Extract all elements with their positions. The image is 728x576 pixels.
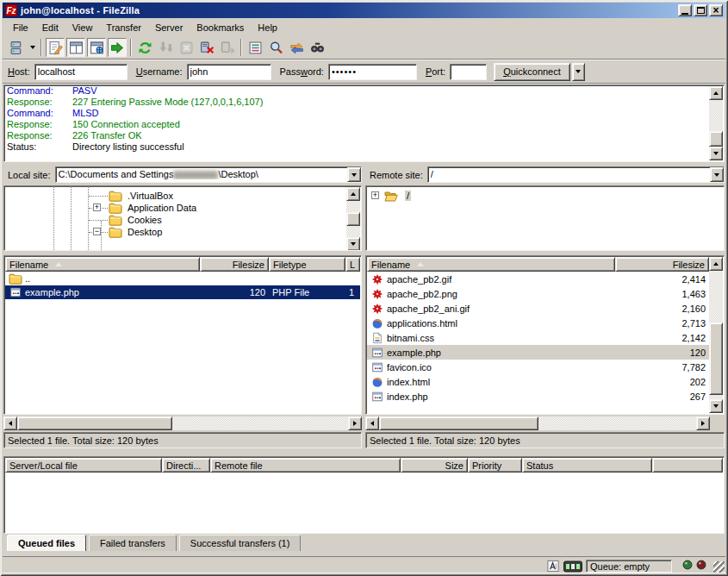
menu-transfer[interactable]: Transfer [99,21,148,34]
file-row[interactable]: index.html 202 [367,374,709,389]
expand-icon[interactable] [371,191,379,199]
file-row[interactable]: applications.html 2,713 [367,316,709,330]
file-row[interactable]: apache_pb2_ani.gif 2,160 [367,301,709,316]
scroll-thumb[interactable] [346,212,360,226]
tree-item-desktop[interactable]: Desktop [4,226,345,238]
site-manager-button[interactable] [7,38,26,57]
scroll-right-button[interactable] [348,416,362,430]
tree-item-label: Desktop [128,227,162,237]
scroll-left-button[interactable] [365,416,379,430]
menu-server[interactable]: Server [148,21,190,34]
remote-list-scrollbar[interactable] [709,257,723,413]
scroll-up-button[interactable] [346,187,360,201]
disconnect-button[interactable] [197,38,216,57]
column-header-filename[interactable]: Filename [367,257,615,272]
chevron-down-icon [576,70,581,73]
minimize-button[interactable] [678,4,692,16]
file-row[interactable]: apache_pb2.png 1,463 [367,286,709,301]
tree-item-virtualbox[interactable]: .VirtualBox [4,190,345,202]
column-header-lastmodified[interactable]: L [345,257,360,272]
remote-site-combobox[interactable]: / [427,166,725,183]
scroll-down-button[interactable] [346,237,360,251]
scroll-down-button[interactable] [709,147,723,160]
menu-bookmarks[interactable]: Bookmarks [190,21,251,34]
column-header-direction[interactable]: Directi... [162,458,210,473]
synchronized-browsing-button[interactable] [287,38,306,57]
file-row[interactable]: apache_pb2.gif 2,414 [367,272,709,286]
password-input[interactable] [328,64,417,80]
file-row[interactable]: bitnami.css 2,142 [367,330,709,345]
column-header-filesize[interactable]: Filesize [200,257,269,272]
column-header-size[interactable]: Size [401,458,468,473]
file-row-parent-dir[interactable]: .. [5,272,360,285]
toggle-remote-tree-button[interactable] [87,38,106,57]
local-site-combobox[interactable]: C:\Documents and Settings\Desktop\ [55,166,362,183]
scroll-right-button[interactable] [696,416,710,430]
file-row[interactable]: index.php 267 [367,389,709,404]
menu-edit[interactable]: Edit [35,21,65,34]
file-row-example-php-selected[interactable]: example.php 120 [367,345,709,360]
remote-site-dropdown-button[interactable] [710,167,724,182]
tree-item-cookies[interactable]: Cookies [4,214,345,226]
local-horizontal-scrollbar[interactable] [3,416,362,430]
tree-item-application-data[interactable]: Application Data [4,202,345,214]
remote-horizontal-scrollbar[interactable] [365,416,710,430]
scroll-up-button[interactable] [709,257,723,271]
filename-cell: index.php [387,391,428,402]
scroll-thumb[interactable] [709,322,723,395]
tree-item-label: .VirtualBox [128,191,173,201]
resize-grip[interactable] [713,561,725,573]
log-scrollbar[interactable] [709,86,723,160]
quickconnect-button[interactable]: Quickconnect [494,63,570,81]
column-header-status[interactable]: Status [522,458,652,473]
menu-view[interactable]: View [65,21,100,34]
host-input[interactable] [34,64,128,80]
arrow-down-icon [713,152,719,155]
arrow-up-icon [351,192,356,196]
expand-icon[interactable] [93,203,101,211]
scroll-thumb[interactable] [379,416,538,430]
cancel-operation-button [177,38,196,57]
toggle-local-tree-button[interactable] [66,38,85,57]
tab-queued-files[interactable]: Queued files [7,535,86,551]
site-manager-dropdown-button[interactable] [27,39,38,56]
toggle-queue-button[interactable] [108,38,127,57]
port-input[interactable] [450,64,487,80]
column-header-server-local-file[interactable]: Server/Local file [5,458,162,473]
maximize-button[interactable] [694,4,707,16]
column-header-filesize[interactable]: Filesize [615,257,709,272]
filename-cell: bitnami.css [387,333,434,343]
collapse-icon[interactable] [93,228,101,235]
find-files-button[interactable] [308,38,327,57]
tree-item-root[interactable]: / [366,190,722,202]
scroll-up-button[interactable] [709,86,723,100]
tab-successful-transfers[interactable]: Successful transfers (1) [179,535,302,551]
column-header-filetype[interactable]: Filetype [269,257,345,272]
scroll-left-button[interactable] [3,416,17,430]
menu-help[interactable]: Help [251,21,284,34]
directory-comparison-button[interactable] [266,38,285,57]
column-header-filename[interactable]: Filename [5,257,200,272]
toolbar-separator [130,39,132,56]
file-row-example-php-selected[interactable]: example.php 120 PHP File 1 [5,285,360,299]
menu-file[interactable]: File [6,21,35,34]
local-tree-scrollbar[interactable] [346,187,360,251]
toggle-message-log-button[interactable] [46,38,65,57]
scroll-thumb[interactable] [17,416,172,430]
username-input[interactable] [187,64,271,80]
sort-ascending-icon [417,262,424,266]
tab-failed-transfers[interactable]: Failed transfers [89,535,177,551]
local-site-dropdown-button[interactable] [347,167,361,182]
directory-filters-button[interactable] [246,38,264,57]
queue-header: Server/Local file Directi... Remote file… [5,458,723,473]
close-button[interactable]: × [709,4,723,16]
refresh-button[interactable] [135,38,154,57]
column-header-remote-file[interactable]: Remote file [210,458,401,473]
scroll-down-button[interactable] [709,399,723,413]
tree-item-label: Cookies [128,215,162,225]
column-header-priority[interactable]: Priority [468,458,522,473]
remote-site-bar: Remote site: / [365,166,725,184]
scroll-thumb[interactable] [709,131,723,147]
file-row[interactable]: favicon.ico 7,782 [367,360,709,374]
quickconnect-dropdown-button[interactable] [572,63,585,81]
